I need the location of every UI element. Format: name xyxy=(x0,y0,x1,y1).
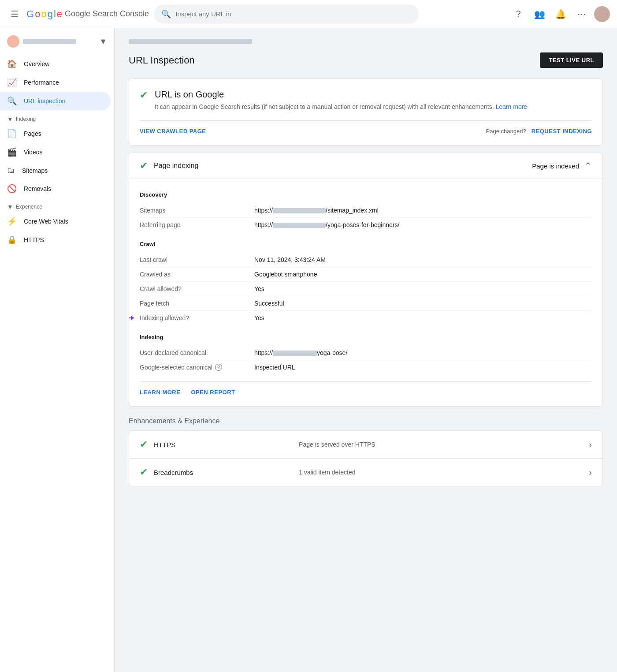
open-report-link[interactable]: OPEN REPORT xyxy=(191,389,235,396)
sidebar-label-pages: Pages xyxy=(24,130,41,137)
videos-icon: 🎬 xyxy=(7,147,17,157)
help-circle-icon[interactable]: ? xyxy=(215,364,222,371)
sidebar-label-removals: Removals xyxy=(24,185,51,192)
notifications-icon-btn[interactable]: 🔔 xyxy=(552,5,569,23)
experience-collapse-icon: ▼ xyxy=(7,203,13,210)
breadcrumbs-enhancement-row[interactable]: ✔ Breadcrumbs 1 valid item detected › xyxy=(129,459,602,486)
indexing-allowed-row: Indexing allowed? Yes xyxy=(140,311,592,325)
view-crawled-page-link[interactable]: VIEW CRAWLED PAGE xyxy=(140,128,206,134)
user-canonical-row: User-declared canonical https://yoga-pos… xyxy=(140,346,592,360)
performance-icon: 📈 xyxy=(7,78,17,87)
google-canonical-value: Inspected URL xyxy=(254,364,295,371)
https-enhancement-row[interactable]: ✔ HTTPS Page is served over HTTPS › xyxy=(129,431,602,459)
request-indexing-link[interactable]: REQUEST INDEXING xyxy=(532,128,592,134)
crawl-allowed-value: Yes xyxy=(254,285,264,292)
indexing-group-section: Indexing User-declared canonical https:/… xyxy=(140,334,592,374)
status-title: URL is on Google xyxy=(155,90,527,100)
https-enhancement-status: Page is served over HTTPS xyxy=(299,441,589,448)
indexing-title: Page indexing xyxy=(154,162,198,170)
experience-section-title: Experience xyxy=(16,204,42,210)
page-fetch-label: Page fetch xyxy=(140,300,254,307)
sitemaps-row: Sitemaps https:///sitemap_index.xml xyxy=(140,203,592,218)
status-header: ✔ URL is on Google It can appear in Goog… xyxy=(140,90,592,112)
google-canonical-label: Google-selected canonical ? xyxy=(140,364,254,371)
last-crawl-row: Last crawl Nov 11, 2024, 3:43:24 AM xyxy=(140,253,592,267)
sidebar-item-core-web-vitals[interactable]: ⚡ Core Web Vitals xyxy=(0,212,111,231)
avatar[interactable] xyxy=(594,6,610,22)
discovery-section: Discovery Sitemaps https:///sitemap_inde… xyxy=(140,191,592,232)
https-icon: 🔒 xyxy=(7,235,17,245)
logo-o2: o xyxy=(41,8,46,20)
enhancements-section: Enhancements & Experience ✔ HTTPS Page i… xyxy=(129,417,603,486)
indexing-group-label: Indexing xyxy=(140,334,592,340)
last-crawl-value: Nov 11, 2024, 3:43:24 AM xyxy=(254,256,326,263)
sidebar-label-overview: Overview xyxy=(24,60,49,67)
logo-o1: o xyxy=(35,8,40,20)
indexing-section-label[interactable]: ▼ Indexing xyxy=(0,110,114,124)
logo-g: G xyxy=(26,8,34,20)
indexing-header[interactable]: ✔ Page indexing Page is indexed ⌃ xyxy=(129,153,602,179)
layout: ▼ 🏠 Overview 📈 Performance 🔍 URL inspect… xyxy=(0,28,617,672)
status-check-icon: ✔ xyxy=(140,90,148,101)
sitemaps-icon: 🗂 xyxy=(7,166,15,175)
referring-page-label: Referring page xyxy=(140,221,254,228)
breadcrumbs-chevron-right-icon: › xyxy=(589,467,592,478)
status-description: It can appear in Google Search results (… xyxy=(155,102,527,112)
logo-g2: g xyxy=(48,8,53,20)
indexing-header-left: ✔ Page indexing xyxy=(140,160,198,172)
sitemaps-url-blurred xyxy=(273,208,326,213)
search-bar[interactable]: 🔍 xyxy=(154,4,419,24)
https-check-icon: ✔ xyxy=(140,439,148,450)
help-icon-btn[interactable]: ? xyxy=(509,5,527,23)
canonical-url-blurred xyxy=(273,351,317,356)
sidebar-label-videos: Videos xyxy=(24,149,43,156)
sidebar-item-url-inspection[interactable]: 🔍 URL inspection xyxy=(0,92,111,110)
breadcrumb xyxy=(129,39,603,45)
apps-icon-btn[interactable]: ⋯ xyxy=(573,5,591,23)
https-chevron-right-icon: › xyxy=(589,440,592,450)
test-live-url-button[interactable]: TEST LIVE URL xyxy=(540,52,603,68)
indexing-body: Discovery Sitemaps https:///sitemap_inde… xyxy=(129,179,602,406)
sidebar-item-pages[interactable]: 📄 Pages xyxy=(0,124,111,143)
property-selector[interactable]: ▼ xyxy=(0,32,114,55)
sidebar-item-removals[interactable]: 🚫 Removals xyxy=(0,179,111,198)
logo-e: e xyxy=(57,8,62,20)
sidebar-item-performance[interactable]: 📈 Performance xyxy=(0,73,111,92)
user-canonical-value: https://yoga-pose/ xyxy=(254,349,347,356)
sidebar-label-sitemaps: Sitemaps xyxy=(22,167,48,174)
crawled-as-row: Crawled as Googlebot smartphone xyxy=(140,267,592,282)
page-changed: Page changed? REQUEST INDEXING xyxy=(486,128,592,134)
topbar-left: ☰ Google Google Search Console xyxy=(7,5,149,23)
page-header: URL Inspection TEST LIVE URL xyxy=(129,52,603,68)
purple-arrow-annotation xyxy=(129,316,134,320)
indexing-footer: LEARN MORE OPEN REPORT xyxy=(140,381,592,396)
enhancements-card: ✔ HTTPS Page is served over HTTPS › ✔ Br… xyxy=(129,430,603,486)
removals-icon: 🚫 xyxy=(7,184,17,194)
indexing-status: Page is indexed xyxy=(532,162,579,170)
crawled-as-value: Googlebot smartphone xyxy=(254,271,317,278)
url-inspection-icon: 🔍 xyxy=(7,96,17,106)
crawl-label: Crawl xyxy=(140,241,592,247)
sidebar-item-sitemaps[interactable]: 🗂 Sitemaps xyxy=(0,161,111,179)
google-logo: Google Google Search Console xyxy=(26,8,149,20)
people-icon-btn[interactable]: 👥 xyxy=(531,5,548,23)
page-title: URL Inspection xyxy=(129,55,195,66)
learn-more-link[interactable]: Learn more xyxy=(496,103,528,110)
indexing-collapse-icon: ▼ xyxy=(7,116,13,123)
learn-more-indexing-link[interactable]: LEARN MORE xyxy=(140,389,180,396)
google-canonical-row: Google-selected canonical ? Inspected UR… xyxy=(140,360,592,374)
sidebar-label-core-web-vitals: Core Web Vitals xyxy=(24,218,68,225)
hamburger-icon[interactable]: ☰ xyxy=(7,5,22,23)
search-input[interactable] xyxy=(175,10,412,18)
status-text: URL is on Google It can appear in Google… xyxy=(155,90,527,112)
sidebar-item-overview[interactable]: 🏠 Overview xyxy=(0,55,111,73)
sidebar-item-https[interactable]: 🔒 HTTPS xyxy=(0,231,111,249)
dropdown-arrow-icon: ▼ xyxy=(99,37,107,46)
property-avatar xyxy=(7,35,19,48)
sidebar-item-videos[interactable]: 🎬 Videos xyxy=(0,143,111,161)
app-name: Google Search Console xyxy=(65,9,149,19)
indexing-allowed-value: Yes xyxy=(254,314,264,321)
referring-page-url-blurred xyxy=(273,223,326,228)
experience-section-label[interactable]: ▼ Experience xyxy=(0,198,114,212)
crawl-section: Crawl Last crawl Nov 11, 2024, 3:43:24 A… xyxy=(140,241,592,325)
